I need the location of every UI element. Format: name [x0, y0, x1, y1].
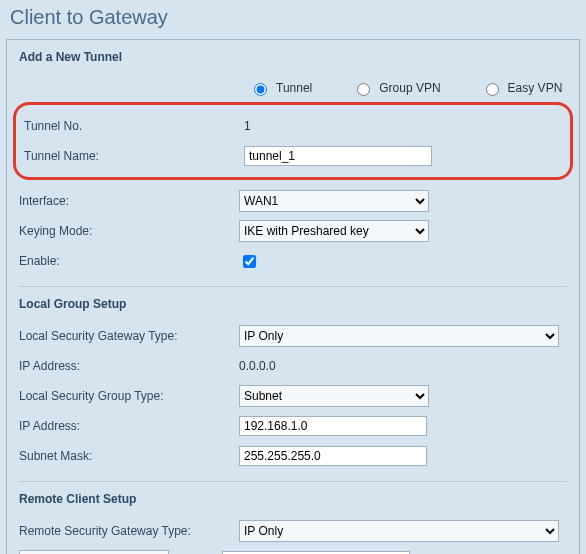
radio-group-vpn-label: Group VPN: [379, 81, 440, 95]
highlight-box: Tunnel No. 1 Tunnel Name:: [13, 102, 573, 180]
remote-gw-type-label: Remote Security Gateway Type:: [19, 524, 239, 538]
tunnel-name-label: Tunnel Name:: [24, 149, 244, 163]
config-panel: Add a New Tunnel Tunnel Group VPN Easy V…: [6, 39, 580, 554]
radio-group-vpn[interactable]: Group VPN: [352, 80, 440, 96]
radio-tunnel-label: Tunnel: [276, 81, 312, 95]
local-ip1-label: IP Address:: [19, 359, 239, 373]
radio-easy-vpn-input[interactable]: [486, 83, 499, 96]
enable-label: Enable:: [19, 254, 239, 268]
radio-easy-vpn[interactable]: Easy VPN: [481, 80, 563, 96]
radio-easy-vpn-label: Easy VPN: [508, 81, 563, 95]
divider: [19, 286, 567, 287]
radio-tunnel-input[interactable]: [254, 83, 267, 96]
radio-group-vpn-input[interactable]: [357, 83, 370, 96]
section-add-tunnel-heading: Add a New Tunnel: [19, 50, 567, 64]
interface-select[interactable]: WAN1: [239, 190, 429, 212]
page-title: Client to Gateway: [0, 0, 586, 39]
remote-gw-type-select[interactable]: IP Only: [239, 520, 559, 542]
tunnel-name-input[interactable]: [244, 146, 432, 166]
section-remote-client-heading: Remote Client Setup: [19, 492, 567, 506]
enable-checkbox[interactable]: [243, 255, 256, 268]
radio-tunnel[interactable]: Tunnel: [249, 80, 312, 96]
section-local-group-heading: Local Group Setup: [19, 297, 567, 311]
local-ip1-value: 0.0.0.0: [239, 359, 276, 373]
subnet-mask-input[interactable]: [239, 446, 427, 466]
local-gw-type-label: Local Security Gateway Type:: [19, 329, 239, 343]
local-group-type-select[interactable]: Subnet: [239, 385, 429, 407]
tunnel-no-value: 1: [244, 119, 251, 133]
tunnel-no-label: Tunnel No.: [24, 119, 244, 133]
remote-mode-select[interactable]: IP Address: [19, 550, 169, 554]
interface-label: Interface:: [19, 194, 239, 208]
local-ip2-input[interactable]: [239, 416, 427, 436]
keying-mode-label: Keying Mode:: [19, 224, 239, 238]
local-group-type-label: Local Security Group Type:: [19, 389, 239, 403]
local-ip2-label: IP Address:: [19, 419, 239, 433]
subnet-mask-label: Subnet Mask:: [19, 449, 239, 463]
keying-mode-select[interactable]: IKE with Preshared key: [239, 220, 429, 242]
divider: [19, 481, 567, 482]
local-gw-type-select[interactable]: IP Only: [239, 325, 559, 347]
